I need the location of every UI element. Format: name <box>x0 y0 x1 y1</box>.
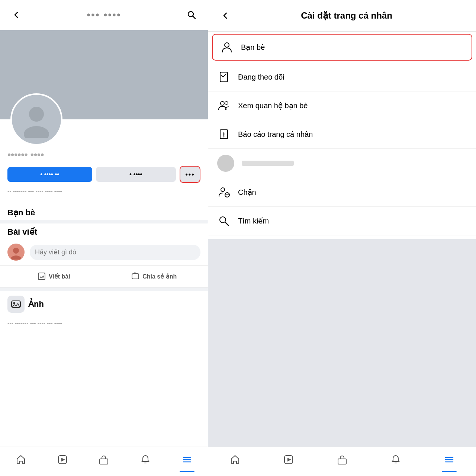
cover-photo <box>0 30 208 119</box>
menu-label-dang-theo-doi: Đang theo dõi <box>238 73 284 81</box>
svg-line-9 <box>134 273 135 273</box>
friends-section-title: Bạn bè <box>0 204 208 220</box>
blurred-item-text <box>242 161 294 166</box>
right-nav-menu[interactable] <box>422 451 476 469</box>
menu-label-xem-quan-he: Xem quan hệ bạn bè <box>238 101 308 110</box>
divider-2 <box>0 287 208 291</box>
profile-name: •••••• •••• <box>7 149 200 161</box>
right-nav-bell[interactable] <box>369 451 422 469</box>
left-panel: ••• •••• •••••• •••• • •••• •• • •••• <box>0 0 208 476</box>
nav-menu[interactable] <box>166 451 208 469</box>
svg-line-1 <box>193 16 196 19</box>
photos-label: Ảnh <box>28 299 44 309</box>
svg-rect-7 <box>132 274 139 279</box>
primary-action-button[interactable]: • •••• •• <box>7 167 92 182</box>
write-post-area <box>0 239 208 266</box>
nav-shop[interactable] <box>83 451 125 469</box>
divider-1 <box>0 220 208 223</box>
warning-icon <box>217 128 231 141</box>
more-dots: ••• <box>186 171 195 178</box>
nav-active-indicator <box>180 471 194 472</box>
search-icon <box>217 214 231 228</box>
write-post-label: Viết bài <box>49 273 70 280</box>
more-options-button[interactable]: ••• <box>180 166 200 183</box>
right-gray-area <box>208 239 476 447</box>
share-photo-button[interactable]: Chia sẻ ảnh <box>104 268 205 285</box>
menu-item-dang-theo-doi[interactable]: Đang theo dõi <box>208 63 476 91</box>
bottom-blurred-text: ••• ••••••• ••• •••• ••• •••• <box>0 317 208 329</box>
profile-actions: • •••• •• • •••• ••• <box>7 166 200 183</box>
svg-marker-37 <box>287 458 291 461</box>
profile-info: •••••• •••• • •••• •• • •••• ••• •• ••••… <box>0 149 208 204</box>
menu-item-blurred <box>208 149 476 178</box>
menu-item-chan[interactable]: Chặn <box>208 178 476 207</box>
svg-line-30 <box>225 222 228 225</box>
avatar <box>10 93 62 145</box>
post-actions-row: Viết bài Chia sẻ ảnh <box>0 266 208 287</box>
nav-play[interactable] <box>42 451 83 469</box>
nav-bell[interactable] <box>125 451 166 469</box>
left-bottom-nav <box>0 447 208 476</box>
person-icon <box>220 41 234 54</box>
menu-item-bao-cao[interactable]: Báo cáo trang cá nhân <box>208 120 476 149</box>
share-photo-label: Chia sẻ ảnh <box>142 273 177 280</box>
right-nav-shop[interactable] <box>315 451 369 469</box>
right-header-title: Cài đặt trang cá nhân <box>241 10 467 21</box>
menu-item-moi-ban-be[interactable]: Mời bạn bè <box>208 235 476 239</box>
svg-point-11 <box>13 302 15 304</box>
right-panel: Cài đặt trang cá nhân Bạn bè Đang theo d… <box>208 0 476 476</box>
people-icon <box>217 99 231 112</box>
svg-point-22 <box>225 102 228 104</box>
svg-point-26 <box>221 188 225 192</box>
nav-home[interactable] <box>0 451 42 469</box>
header-title: ••• •••• <box>25 9 183 21</box>
svg-point-21 <box>221 102 224 105</box>
write-post-button[interactable]: Viết bài <box>4 268 104 285</box>
svg-point-2 <box>29 107 44 122</box>
menu-item-tim-kiem[interactable]: Tìm kiếm <box>208 207 476 235</box>
svg-rect-20 <box>220 72 228 82</box>
right-nav-home[interactable] <box>208 451 262 469</box>
block-person-icon <box>217 186 231 199</box>
blurred-avatar <box>217 155 234 172</box>
posts-section-title: Bài viết <box>0 223 208 239</box>
svg-point-5 <box>11 255 21 260</box>
svg-point-4 <box>13 248 19 254</box>
avatar-image <box>12 95 61 144</box>
write-post-avatar <box>7 244 25 261</box>
right-header: Cài đặt trang cá nhân <box>208 0 476 32</box>
menu-label-ban-be: Bạn bè <box>241 43 265 52</box>
right-nav-active-indicator <box>442 471 457 472</box>
svg-rect-6 <box>38 273 45 280</box>
photos-icon <box>7 296 25 313</box>
svg-point-19 <box>225 43 229 47</box>
search-button[interactable] <box>183 7 200 23</box>
right-nav-play[interactable] <box>262 451 315 469</box>
menu-item-ban-be[interactable]: Bạn bè <box>212 34 472 61</box>
back-button[interactable] <box>8 7 25 23</box>
svg-rect-14 <box>100 459 108 464</box>
svg-point-25 <box>223 136 225 138</box>
profile-bio: •• ••••••• ••• •••• •••• •••• <box>7 188 200 194</box>
right-back-button[interactable] <box>217 7 234 24</box>
menu-item-xem-quan-he[interactable]: Xem quan hệ bạn bè <box>208 91 476 120</box>
menu-label-bao-cao: Báo cáo trang cá nhân <box>238 130 313 139</box>
svg-point-3 <box>24 126 49 138</box>
left-header: ••• •••• <box>0 0 208 30</box>
svg-marker-13 <box>61 458 65 461</box>
menu-label-chan: Chặn <box>238 188 256 197</box>
secondary-action-button[interactable]: • •••• <box>96 167 176 182</box>
bookmark-icon <box>217 70 231 84</box>
menu-list: Bạn bè Đang theo dõi Xem q <box>208 32 476 239</box>
photos-section: Ảnh <box>0 291 208 317</box>
write-post-input[interactable] <box>30 245 200 260</box>
svg-rect-38 <box>338 459 346 464</box>
right-bottom-nav <box>208 447 476 476</box>
menu-label-tim-kiem: Tìm kiếm <box>238 216 269 225</box>
